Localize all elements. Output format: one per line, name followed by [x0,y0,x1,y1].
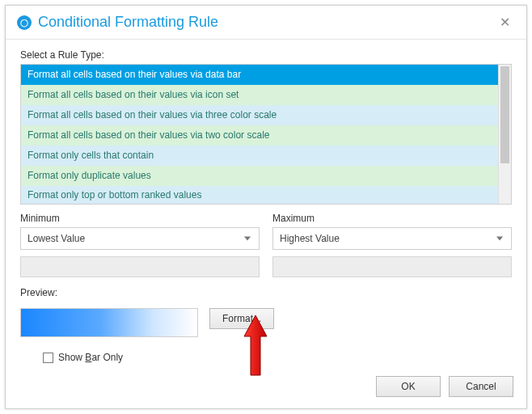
format-button[interactable]: Format... [209,308,274,329]
rule-type-item[interactable]: Format all cells based on their values v… [21,85,498,105]
maximum-column: Maximum Highest Value [272,213,512,277]
rule-type-label: Select a Rule Type: [20,49,512,61]
close-icon[interactable]: ✕ [495,11,515,33]
scrollbar[interactable] [498,65,511,204]
chevron-down-icon [496,237,503,241]
show-bar-only-checkbox[interactable] [43,353,53,363]
chevron-down-icon [244,237,251,241]
rule-type-item[interactable]: Format all cells based on their values v… [21,125,498,146]
preview-swatch [20,308,198,337]
minimum-label: Minimum [20,213,260,224]
show-bar-only-row[interactable]: Show Bar Only [43,352,512,363]
rule-type-list-container: Format all cells based on their values v… [20,64,512,205]
min-max-row: Minimum Lowest Value Maximum Highest Val… [20,213,512,277]
rule-type-item[interactable]: Format only cells that contain [21,146,498,166]
preview-label: Preview: [20,287,512,298]
rule-type-list[interactable]: Format all cells based on their values v… [21,65,498,204]
scrollbar-thumb[interactable] [500,66,509,163]
minimum-dropdown[interactable]: Lowest Value [20,227,260,250]
maximum-dropdown[interactable]: Highest Value [272,227,512,250]
dialog-title: Conditional Formatting Rule [38,14,495,31]
preview-row: Format... [20,308,512,337]
ok-button[interactable]: OK [376,376,441,397]
maximum-value: Highest Value [280,233,340,244]
minimum-value-box[interactable] [20,256,260,277]
dialog-window: ◯ Conditional Formatting Rule ✕ Select a… [5,5,527,409]
minimum-column: Minimum Lowest Value [20,213,260,277]
dialog-footer: OK Cancel [376,376,513,397]
rule-type-item[interactable]: Format only top or bottom ranked values [21,186,498,204]
cancel-button[interactable]: Cancel [449,376,513,397]
show-bar-only-label: Show Bar Only [58,352,123,363]
maximum-value-box[interactable] [272,256,512,277]
dialog-content: Select a Rule Type: Format all cells bas… [6,40,526,363]
rule-type-item[interactable]: Format only duplicate values [21,166,498,186]
title-bar: ◯ Conditional Formatting Rule ✕ [6,6,526,40]
app-icon: ◯ [17,15,32,30]
rule-type-item[interactable]: Format all cells based on their values v… [21,105,498,125]
minimum-value: Lowest Value [27,233,85,244]
rule-type-item[interactable]: Format all cells based on their values v… [21,65,498,85]
maximum-label: Maximum [272,213,512,224]
